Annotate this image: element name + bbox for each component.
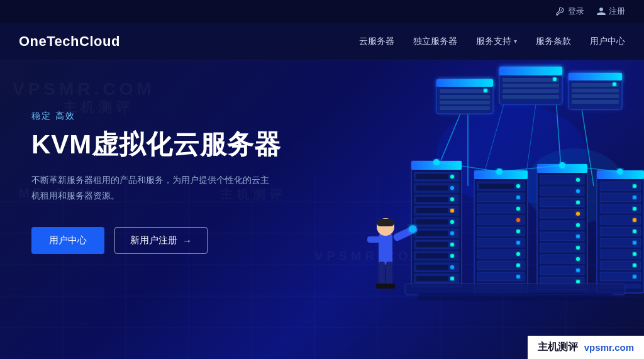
nav-user-center[interactable]: 用户中心 [590,36,625,47]
svg-point-133 [633,241,636,245]
svg-rect-28 [440,106,490,110]
svg-point-80 [516,184,520,188]
svg-rect-38 [569,73,622,80]
svg-point-72 [450,265,454,269]
main-header: OneTechCloud 云服务器 独立服务器 服务支持 ▾ 服务条款 用户中心 [0,23,644,60]
svg-point-0 [561,9,562,11]
hero-title: KVM虚拟化云服务器 [31,130,281,160]
svg-point-129 [633,218,636,222]
svg-point-96 [516,275,520,279]
svg-rect-27 [440,101,490,104]
svg-point-94 [516,263,520,267]
svg-rect-142 [418,293,613,301]
svg-rect-155 [379,262,385,287]
watermark-site-url: vpsmr.com [584,342,634,353]
svg-rect-158 [385,284,395,289]
svg-rect-42 [572,100,619,104]
svg-point-127 [633,207,636,211]
svg-rect-156 [386,262,392,287]
nav-support[interactable]: 服务支持 ▾ [476,36,517,47]
svg-point-60 [450,220,454,224]
svg-point-111 [576,235,580,238]
svg-rect-47 [416,174,448,179]
svg-point-57 [450,209,454,213]
svg-rect-152 [377,219,394,226]
svg-rect-26 [440,95,490,99]
user-icon [597,7,606,16]
svg-point-137 [633,263,636,267]
svg-point-119 [576,280,580,284]
svg-point-109 [576,223,580,227]
key-icon [556,7,565,16]
watermark-site-name: 主机测评 [538,341,578,354]
logo: OneTechCloud [19,33,120,50]
svg-rect-40 [572,89,619,92]
svg-point-51 [450,186,454,190]
svg-point-66 [450,243,454,246]
hero-buttons: 用户中心 新用户注册 → [31,227,281,254]
svg-point-63 [450,231,454,235]
svg-rect-79 [479,184,514,189]
svg-rect-68 [416,253,448,258]
hero-illustration [292,60,644,359]
svg-point-43 [613,82,616,86]
svg-point-115 [576,257,580,261]
svg-point-135 [633,252,636,256]
svg-point-101 [576,178,580,182]
main-nav: 云服务器 独立服务器 服务支持 ▾ 服务条款 用户中心 [359,36,625,47]
svg-point-88 [516,229,520,233]
bottom-watermark-bar: 主机测评 vpsmr.com [528,336,644,359]
svg-point-131 [633,229,636,233]
svg-rect-56 [416,208,448,213]
svg-point-86 [516,218,520,222]
hero-section: VPSMR.COM 主机测评 MR.COM 主机测评 VPSMR.COM 稳定 … [0,60,644,359]
svg-point-103 [576,189,580,193]
hero-content: 稳定 高效 KVM虚拟化云服务器 不断革新服务器租用的产品和服务，为用户提供个性… [31,98,281,254]
svg-point-105 [576,201,580,204]
top-auth-bar: 登录 注册 [0,0,644,23]
svg-point-75 [450,277,454,280]
register-button[interactable]: 新用户注册 → [114,227,208,254]
svg-point-29 [484,89,487,92]
chevron-down-icon: ▾ [514,38,517,45]
svg-rect-62 [416,231,448,236]
svg-point-92 [516,252,520,256]
svg-rect-71 [416,265,448,270]
svg-point-159 [409,225,416,233]
svg-rect-157 [376,284,386,289]
svg-rect-41 [572,94,619,98]
svg-rect-25 [440,89,490,93]
svg-rect-31 [499,67,562,75]
svg-point-107 [576,212,580,216]
svg-point-123 [633,184,636,188]
watermark-1: VPSMR.COM [13,79,155,99]
svg-rect-24 [436,79,493,87]
svg-rect-59 [416,219,448,224]
svg-rect-53 [416,197,448,202]
nav-terms[interactable]: 服务条款 [536,36,571,47]
svg-point-69 [450,254,454,258]
svg-point-36 [553,77,557,81]
svg-point-113 [576,246,580,250]
svg-point-139 [633,275,636,279]
hero-subtitle: 稳定 高效 [31,111,281,122]
nav-dedicated-server[interactable]: 独立服务器 [413,36,457,47]
svg-rect-34 [502,89,559,93]
svg-rect-32 [502,78,559,82]
svg-point-117 [576,268,580,272]
svg-rect-35 [502,95,559,99]
svg-rect-39 [572,83,619,87]
svg-rect-33 [502,84,559,87]
svg-rect-50 [416,185,448,191]
user-center-button[interactable]: 用户中心 [31,227,104,254]
svg-point-90 [516,241,520,245]
svg-rect-150 [379,233,392,265]
svg-point-84 [516,207,520,211]
register-link[interactable]: 注册 [597,6,625,17]
svg-point-82 [516,196,520,199]
hero-description: 不断革新服务器租用的产品和服务，为用户提供个性化的云主机租用和服务器资源。 [31,172,270,204]
nav-cloud-server[interactable]: 云服务器 [359,36,394,47]
svg-rect-74 [416,276,448,281]
svg-point-125 [633,196,636,199]
login-link[interactable]: 登录 [556,6,584,17]
